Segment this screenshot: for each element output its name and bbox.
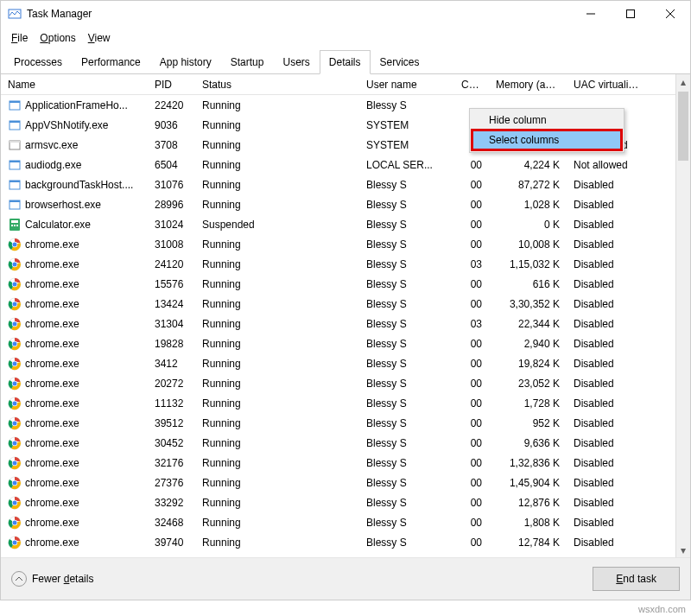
cell-name: AppVShNotify.exe: [1, 117, 148, 134]
table-row[interactable]: chrome.exe30452RunningBlessy S009,636 KD…: [1, 433, 675, 453]
window-title: Task Manager: [27, 8, 571, 20]
maximize-button[interactable]: [611, 1, 650, 27]
cell-status: Running: [195, 237, 359, 252]
tab-app-history[interactable]: App history: [150, 50, 221, 74]
process-rows: ApplicationFrameHo...22420RunningBlessy …: [1, 95, 675, 552]
footer: Fewer details End task: [1, 557, 690, 600]
col-name[interactable]: Name: [1, 76, 148, 93]
table-row[interactable]: chrome.exe19828RunningBlessy S002,940 KD…: [1, 333, 675, 353]
table-row[interactable]: chrome.exe31008RunningBlessy S0010,008 K…: [1, 234, 675, 254]
cell-cpu: 00: [454, 435, 489, 451]
cell-uac: Disabled: [567, 336, 651, 352]
tab-startup[interactable]: Startup: [221, 50, 274, 74]
scroll-down-button[interactable]: ▾: [676, 543, 690, 557]
table-row[interactable]: chrome.exe13424RunningBlessy S003,30,352…: [1, 294, 675, 314]
cell-memory: 1,45,904 K: [489, 475, 567, 491]
svg-rect-21: [16, 225, 18, 226]
cell-memory: 10,008 K: [489, 237, 567, 252]
table-row[interactable]: chrome.exe20272RunningBlessy S0023,052 K…: [1, 373, 675, 393]
cell-user: Blessy S: [359, 475, 454, 491]
menu-options[interactable]: Options: [35, 30, 80, 46]
cell-cpu: 00: [454, 276, 489, 292]
tab-details[interactable]: Details: [320, 50, 371, 74]
table-row[interactable]: chrome.exe33292RunningBlessy S0012,876 K…: [1, 492, 675, 512]
vertical-scrollbar[interactable]: ▴ ▾: [675, 74, 690, 557]
menu-view[interactable]: View: [83, 30, 116, 46]
cell-memory: 1,028 K: [489, 197, 567, 213]
table-row[interactable]: chrome.exe39512RunningBlessy S00952 KDis…: [1, 413, 675, 433]
process-icon: [8, 317, 22, 331]
table-row[interactable]: chrome.exe15576RunningBlessy S00616 KDis…: [1, 274, 675, 294]
cell-memory: 2,940 K: [489, 336, 567, 352]
cell-name: chrome.exe: [1, 256, 148, 273]
table-row[interactable]: browserhost.exe28996RunningBlessy S001,0…: [1, 194, 675, 214]
cell-pid: 39512: [148, 416, 195, 431]
fewer-details-button[interactable]: Fewer details: [11, 571, 93, 587]
table-row[interactable]: chrome.exe27376RunningBlessy S001,45,904…: [1, 473, 675, 492]
table-row[interactable]: chrome.exe39740RunningBlessy S0012,784 K…: [1, 532, 675, 552]
scroll-up-button[interactable]: ▴: [676, 74, 690, 89]
cell-uac: Disabled: [567, 217, 651, 232]
svg-point-27: [13, 262, 17, 266]
process-icon: [8, 397, 22, 410]
menu-file[interactable]: File: [6, 30, 33, 46]
process-icon: [8, 536, 22, 549]
cell-name: chrome.exe: [1, 355, 148, 372]
cell-cpu: 00: [454, 157, 489, 173]
table-row[interactable]: Calculator.exe31024SuspendedBlessy S000 …: [1, 214, 675, 234]
end-task-button[interactable]: End task: [593, 567, 680, 591]
cell-pid: 32468: [148, 515, 195, 530]
cell-name: chrome.exe: [1, 375, 148, 392]
close-button[interactable]: [650, 1, 690, 27]
col-status[interactable]: Status: [195, 76, 359, 93]
cell-pid: 3412: [148, 356, 195, 372]
svg-rect-18: [11, 220, 18, 223]
cell-pid: 3708: [148, 137, 195, 153]
scroll-thumb[interactable]: [678, 92, 688, 161]
cell-user: Blessy S: [359, 276, 454, 292]
cell-pid: 6504: [148, 157, 195, 173]
cell-memory: 1,728 K: [489, 396, 567, 411]
cell-uac: Disabled: [567, 515, 651, 530]
process-icon: [8, 98, 22, 112]
cell-user: Blessy S: [359, 296, 454, 312]
table-row[interactable]: chrome.exe32176RunningBlessy S001,32,836…: [1, 453, 675, 473]
cell-name: backgroundTaskHost....: [1, 176, 148, 194]
col-cpu[interactable]: CPU: [454, 76, 489, 93]
col-pid[interactable]: PID: [148, 76, 195, 93]
cell-status: Running: [195, 535, 359, 550]
cell-memory: 12,784 K: [489, 535, 567, 550]
cell-user: Blessy S: [359, 376, 454, 391]
table-row[interactable]: chrome.exe32468RunningBlessy S001,808 KD…: [1, 512, 675, 532]
col-user[interactable]: User name: [359, 76, 454, 93]
table-row[interactable]: chrome.exe3412RunningBlessy S0019,824 KD…: [1, 353, 675, 373]
table-row[interactable]: chrome.exe24120RunningBlessy S031,15,032…: [1, 254, 675, 274]
table-row[interactable]: backgroundTaskHost....31076RunningBlessy…: [1, 175, 675, 194]
cell-pid: 31024: [148, 217, 195, 232]
svg-rect-12: [10, 161, 20, 162]
table-row[interactable]: audiodg.exe6504RunningLOCAL SER...004,22…: [1, 155, 675, 175]
cell-name: browserhost.exe: [1, 196, 148, 213]
minimize-button[interactable]: [571, 1, 611, 27]
cell-status: Running: [195, 475, 359, 491]
fewer-details-label: Fewer details: [32, 573, 93, 585]
tab-users[interactable]: Users: [273, 50, 319, 74]
tab-services[interactable]: Services: [371, 50, 429, 74]
cell-name: chrome.exe: [1, 494, 148, 511]
table-row[interactable]: chrome.exe31304RunningBlessy S0322,344 K…: [1, 314, 675, 333]
ctx-select-columns[interactable]: Select columns: [471, 129, 623, 151]
cell-user: Blessy S: [359, 495, 454, 511]
cell-uac: Disabled: [567, 416, 651, 431]
tab-performance[interactable]: Performance: [72, 50, 150, 74]
col-memory[interactable]: Memory (ac...: [489, 76, 567, 93]
cell-user: Blessy S: [359, 98, 454, 113]
svg-rect-19: [11, 225, 13, 226]
cell-status: Running: [195, 515, 359, 530]
cell-status: Running: [195, 396, 359, 411]
tab-processes[interactable]: Processes: [4, 50, 72, 74]
cell-memory: 22,344 K: [489, 316, 567, 332]
ctx-hide-column[interactable]: Hide column: [472, 111, 622, 130]
cell-status: Running: [195, 435, 359, 451]
col-uac[interactable]: UAC virtualizati...: [567, 76, 651, 93]
table-row[interactable]: chrome.exe11132RunningBlessy S001,728 KD…: [1, 393, 675, 413]
